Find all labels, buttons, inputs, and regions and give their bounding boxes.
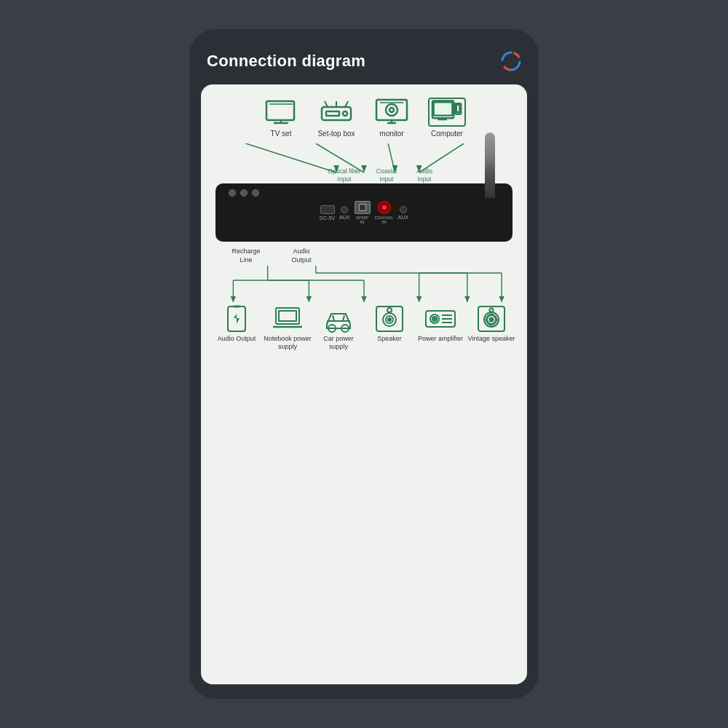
vintage-speaker-icon xyxy=(475,305,507,333)
device-computer: Computer xyxy=(428,98,466,138)
device-settopbox: Set-top box xyxy=(317,98,355,138)
car-power-label: Car power supply xyxy=(314,335,363,351)
svg-point-65 xyxy=(387,308,392,312)
audio-output-device-label: Audio Output xyxy=(218,335,256,343)
dc-port xyxy=(320,205,335,214)
antenna xyxy=(485,132,495,198)
speaker-label: Speaker xyxy=(377,335,402,343)
out-vintage-speaker: Vintage speaker xyxy=(467,305,515,351)
port-coaxial: COAXIALIN xyxy=(375,201,394,224)
page-header: Connection diagram xyxy=(201,44,527,84)
laptop-icon xyxy=(272,305,304,333)
coaxial-port xyxy=(378,201,391,214)
car-icon xyxy=(323,305,355,333)
svg-marker-50 xyxy=(499,296,505,302)
svg-point-15 xyxy=(386,104,397,116)
phone-charging-icon xyxy=(221,305,253,333)
svg-marker-36 xyxy=(231,296,237,302)
speaker-icon xyxy=(373,305,405,333)
out-audio-output: Audio Output xyxy=(213,305,261,351)
out-power-amp: Power amplifier xyxy=(416,305,464,351)
port-dc: DC-5V xyxy=(320,205,335,221)
aux-in-port xyxy=(341,206,348,213)
tv-icon xyxy=(262,98,300,127)
amplifier-icon xyxy=(424,305,456,333)
svg-point-76 xyxy=(490,318,494,322)
out-car: Car power supply xyxy=(314,305,363,351)
svg-marker-47 xyxy=(464,296,470,302)
monitor-icon xyxy=(373,98,411,127)
svg-point-64 xyxy=(388,318,391,321)
aux-out-port xyxy=(400,206,407,213)
device-ports: DC-5V AUX SPDIFIN COAXIALIN xyxy=(308,201,420,224)
audio-output-label: AudioOutput xyxy=(280,248,323,264)
port-aux-out: AUX xyxy=(398,206,408,220)
svg-rect-22 xyxy=(456,105,460,112)
vintage-speaker-label: Vintage speaker xyxy=(468,335,515,343)
output-devices-row: Audio Output Notebook power supply xyxy=(213,305,515,351)
recharge-line-label: RechargeLine xyxy=(220,248,272,264)
svg-marker-44 xyxy=(416,296,422,302)
svg-point-16 xyxy=(389,108,394,112)
svg-rect-55 xyxy=(279,311,296,321)
computer-label: Computer xyxy=(431,130,463,138)
diagram-card: TV set Set-top box xyxy=(201,84,527,684)
svg-line-59 xyxy=(333,315,334,321)
tv-label: TV set xyxy=(271,130,292,138)
out-speaker: Speaker xyxy=(365,305,414,351)
output-labels: RechargeLine AudioOutput xyxy=(213,248,515,264)
port-spdif: SPDIFIN xyxy=(355,201,371,224)
monitor-label: monitor xyxy=(379,130,403,138)
input-devices-row: TV set Set-top box xyxy=(213,98,515,138)
svg-marker-38 xyxy=(306,296,312,302)
settopbox-icon xyxy=(317,98,355,127)
device-tv: TV set xyxy=(262,98,300,138)
power-amplifier-label: Power amplifier xyxy=(418,335,463,343)
svg-rect-11 xyxy=(326,111,339,116)
device-back-panel: DC-5V AUX SPDIFIN COAXIALIN xyxy=(215,183,513,242)
app-icon xyxy=(501,51,521,71)
device-monitor: monitor xyxy=(373,98,411,138)
svg-point-10 xyxy=(343,111,347,116)
phone-frame: Connection diagram TV set xyxy=(189,29,539,699)
svg-point-69 xyxy=(434,318,435,320)
svg-marker-40 xyxy=(361,296,367,302)
svg-line-60 xyxy=(343,315,344,321)
optical-fiber-label: Optical fiberInput xyxy=(323,167,365,183)
svg-point-77 xyxy=(490,309,494,312)
top-connections: Optical fiberInput CoaxialInput AudioInp… xyxy=(213,143,515,183)
bottom-connections xyxy=(213,266,515,302)
audio-input-label: AudioInput xyxy=(408,167,441,183)
out-notebook: Notebook power supply xyxy=(264,305,312,351)
computer-icon xyxy=(428,98,466,127)
settopbox-label: Set-top box xyxy=(317,130,355,138)
spdif-port xyxy=(355,201,371,214)
notebook-label: Notebook power supply xyxy=(264,335,312,351)
page-title: Connection diagram xyxy=(207,52,365,71)
coaxial-input-label: CoaxialInput xyxy=(368,167,405,183)
port-aux-in: AUX xyxy=(339,206,349,220)
